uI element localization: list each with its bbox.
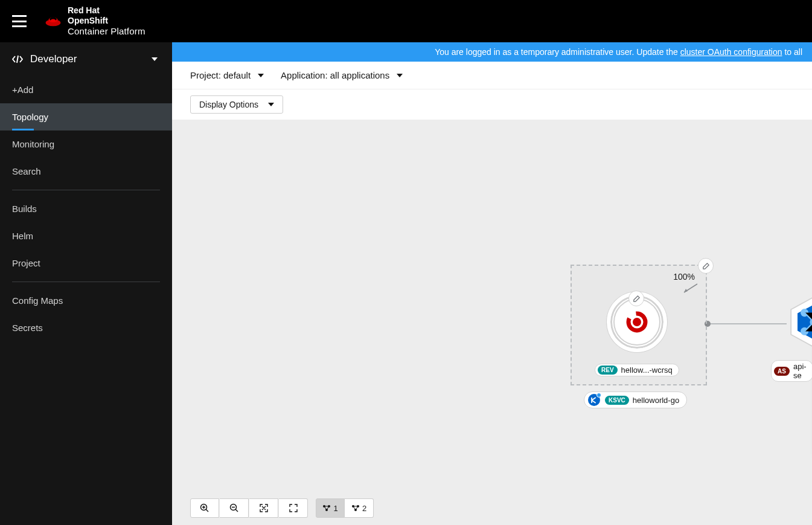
openshift-icon — [624, 309, 650, 335]
edit-node-button[interactable] — [628, 291, 644, 306]
banner-link[interactable]: cluster OAuth configuration — [680, 47, 782, 57]
layout-2-label: 2 — [362, 504, 366, 513]
service-name: helloworld-go — [633, 396, 679, 405]
project-label: Project: default — [190, 70, 251, 80]
layout-2-button[interactable]: 2 — [345, 498, 374, 518]
edit-icon — [702, 262, 710, 270]
sidebar-item-search[interactable]: Search — [0, 158, 172, 185]
banner-suffix: to all — [782, 47, 802, 57]
redhat-icon — [45, 14, 62, 28]
sidebar-item-secrets[interactable]: Secrets — [0, 314, 172, 341]
connector-line — [707, 323, 787, 324]
nav-separator — [12, 190, 160, 190]
caret-down-icon — [397, 74, 403, 77]
sidebar-item-topology[interactable]: Topology — [0, 103, 172, 130]
graph-icon — [351, 504, 360, 512]
sidebar-item-helm[interactable]: Helm — [0, 222, 172, 250]
revision-label[interactable]: REV hellow...-wcrsq — [595, 364, 679, 376]
display-options-label: Display Options — [199, 100, 258, 109]
info-banner: You are logged in as a temporary adminis… — [172, 42, 812, 62]
zoom-out-button[interactable] — [220, 498, 249, 518]
brand-redhat: Red Hat — [68, 5, 100, 15]
caret-down-icon — [268, 103, 274, 106]
zoom-in-button[interactable] — [190, 498, 219, 518]
edit-icon — [633, 295, 641, 303]
topology-canvas[interactable]: 100% REV hellow...-wcrsq — [172, 120, 812, 525]
application-label: Application: all applications — [281, 70, 389, 80]
banner-prefix: You are logged in as a temporary adminis… — [435, 47, 680, 57]
ksvc-badge: KSVC — [605, 396, 629, 405]
view-controls: 1 2 — [190, 498, 374, 518]
layout-1-button[interactable]: 1 — [316, 498, 345, 518]
display-options-dropdown[interactable]: Display Options — [190, 95, 283, 114]
edit-group-button[interactable] — [698, 258, 714, 274]
reset-view-button[interactable] — [279, 498, 308, 518]
apiserversource-badge: AS — [774, 367, 790, 376]
event-source-glyph — [794, 302, 812, 342]
sidebar: Developer +Add Topology Monitoring Searc… — [0, 42, 172, 525]
project-dropdown[interactable]: Project: default — [190, 70, 264, 80]
svg-point-3 — [633, 318, 641, 326]
view-toolbar: Display Options — [172, 89, 812, 120]
event-source-node[interactable] — [787, 295, 812, 349]
nav-toggle-button[interactable] — [12, 15, 27, 27]
brand-openshift: OpenShift — [68, 16, 108, 25]
context-toolbar: Project: default Application: all applic… — [172, 62, 812, 89]
brand-logo: Red Hat OpenShift Container Platform — [45, 5, 145, 37]
content-area: You are logged in as a temporary adminis… — [172, 42, 812, 525]
nav-separator — [12, 282, 160, 282]
revision-name: hellow...-wcrsq — [621, 366, 673, 375]
source-name: api-se — [793, 362, 807, 380]
application-dropdown[interactable]: Application: all applications — [281, 70, 403, 80]
zoom-in-icon — [200, 503, 209, 513]
sidebar-item-project[interactable]: Project — [0, 250, 172, 277]
code-icon — [12, 55, 23, 63]
masthead: Red Hat OpenShift Container Platform — [0, 0, 812, 42]
caret-down-icon — [258, 74, 264, 77]
traffic-arrow-icon — [680, 283, 699, 295]
brand-subtitle: Container Platform — [68, 26, 145, 37]
revision-badge: REV — [598, 366, 618, 375]
zoom-out-icon — [229, 503, 239, 513]
traffic-percent: 100% — [673, 272, 695, 282]
knative-icon — [588, 394, 600, 406]
layout-1-label: 1 — [333, 504, 337, 513]
service-label[interactable]: KSVC helloworld-go — [584, 391, 687, 408]
graph-icon — [322, 504, 331, 512]
source-label[interactable]: AS api-se — [771, 360, 812, 382]
expand-icon — [289, 504, 298, 512]
sidebar-item-add[interactable]: +Add — [0, 76, 172, 103]
sidebar-item-configmaps[interactable]: Config Maps — [0, 287, 172, 314]
fit-to-screen-button[interactable] — [249, 498, 278, 518]
sidebar-item-monitoring[interactable]: Monitoring — [0, 130, 172, 158]
caret-down-icon — [152, 57, 158, 61]
perspective-label: Developer — [30, 53, 77, 65]
perspective-switcher[interactable]: Developer — [0, 42, 172, 76]
fit-icon — [260, 504, 268, 512]
sidebar-item-builds[interactable]: Builds — [0, 195, 172, 222]
